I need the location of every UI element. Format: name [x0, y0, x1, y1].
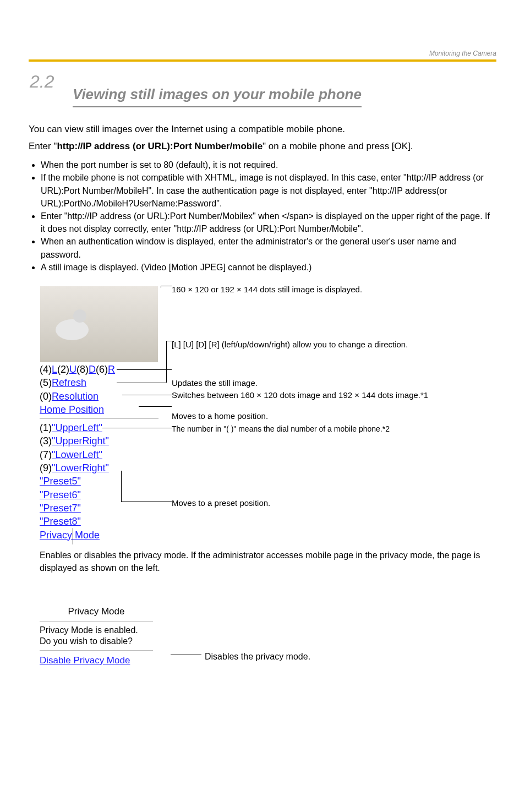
callout-home: Moves to a home position. — [172, 410, 513, 422]
preset-link[interactable]: "Preset6" — [40, 489, 81, 500]
preset-row: "Preset8" — [40, 515, 158, 528]
intro-bullet: When an authentication window is display… — [41, 235, 496, 260]
privacy-callout: Enables or disables the privacy mode. If… — [40, 549, 502, 574]
intro-p2: Enter "http://IP address (or URL):Port N… — [29, 140, 496, 154]
privacy-box-line2: Do you wish to disable? — [40, 636, 153, 647]
privacy-row: Privacy Mode — [40, 528, 158, 542]
intro-p1: You can view still images over the Inter… — [29, 123, 496, 137]
mobile-mockup: (4)L(2)U(8)D(6)R (5)Refresh (0)Resolutio… — [40, 286, 158, 542]
dir-down-link[interactable]: D — [89, 364, 96, 375]
preset-row: "Preset7" — [40, 502, 158, 515]
gold-rule — [29, 59, 496, 62]
section-title: Viewing still images on your mobile phon… — [73, 86, 362, 107]
preset-num: (3) — [40, 435, 52, 446]
intro-bullet: When the port number is set to 80 (defau… — [41, 159, 496, 171]
intro-bullet: If the mobile phone is not compatible wi… — [41, 171, 496, 210]
preset-link[interactable]: "LowerLeft" — [52, 449, 102, 460]
camera-still-image — [40, 286, 158, 363]
preset-row: "Preset6" — [40, 488, 158, 502]
intro-p2-before: Enter " — [29, 141, 57, 151]
intro-bullet: A still image is displayed. (Video [Moti… — [41, 261, 496, 274]
preset-link[interactable]: "Preset5" — [40, 476, 81, 487]
preset-row: (7)"LowerLeft" — [40, 448, 158, 461]
preset-num: (7) — [40, 449, 52, 460]
dir-up-link[interactable]: U — [69, 364, 76, 375]
dir-num: (2) — [57, 364, 69, 375]
preset-row: "Preset5" — [40, 475, 158, 488]
preset-row: (3)"UpperRight" — [40, 434, 158, 448]
home-row: Home Position — [40, 403, 158, 416]
dir-left-link[interactable]: L — [52, 364, 57, 375]
dir-right-link[interactable]: R — [108, 364, 115, 375]
refresh-num: (5) — [40, 377, 52, 388]
home-position-link[interactable]: Home Position — [40, 404, 104, 415]
callout-direction: [L] [U] [D] [R] (left/up/down/right) all… — [172, 339, 513, 351]
section-number: 2.2 — [30, 72, 54, 92]
preset-row: (9)"LowerRight" — [40, 461, 158, 475]
callout-preset: Moves to a preset position. — [172, 497, 513, 509]
callout-refresh: Updates the still image. — [172, 377, 513, 389]
preset-link[interactable]: "UpperLeft" — [52, 422, 102, 433]
privacy-box-title: Privacy Mode — [40, 605, 153, 622]
privacy-mode-box: Privacy Mode Privacy Mode is enabled. Do… — [40, 605, 153, 667]
header-section-label: Monitoring the Camera — [429, 50, 496, 57]
intro-url: http://IP address (or URL):Port Number/m… — [57, 141, 262, 151]
preset-link[interactable]: "Preset7" — [40, 503, 81, 514]
dir-num: (8) — [76, 364, 89, 375]
resolution-link[interactable]: Resolution — [52, 391, 99, 402]
callout-preset-note: The number in "( )" means the dial numbe… — [172, 423, 513, 434]
callout-image: 160 × 120 or 192 × 144 dots still image … — [172, 284, 513, 296]
resolution-row: (0)Resolution — [40, 390, 158, 403]
preset-link[interactable]: "Preset8" — [40, 516, 81, 527]
intro-p2-after: " on a mobile phone and press [OK]. — [262, 141, 413, 151]
callout-resolution: Switches between 160 × 120 dots image an… — [172, 389, 513, 401]
privacy-mode-link[interactable]: Privacy Mode — [40, 530, 100, 541]
dir-num: (6) — [96, 364, 108, 375]
privacy-box-line1: Privacy Mode is enabled. — [40, 625, 153, 636]
disable-privacy-callout: Disables the privacy mode. — [205, 652, 310, 661]
dir-num: (4) — [40, 364, 52, 375]
preset-link[interactable]: "LowerRight" — [52, 462, 109, 473]
refresh-link[interactable]: Refresh — [52, 377, 86, 388]
resolution-num: (0) — [40, 391, 52, 402]
preset-link[interactable]: "UpperRight" — [52, 435, 109, 446]
preset-num: (1) — [40, 422, 52, 433]
disable-privacy-link[interactable]: Disable Privacy Mode — [40, 655, 130, 666]
intro-bullet: Enter "http://IP address (or URL):Port N… — [41, 210, 496, 235]
preset-row: (1)"UpperLeft" — [40, 418, 158, 434]
preset-num: (9) — [40, 462, 52, 473]
